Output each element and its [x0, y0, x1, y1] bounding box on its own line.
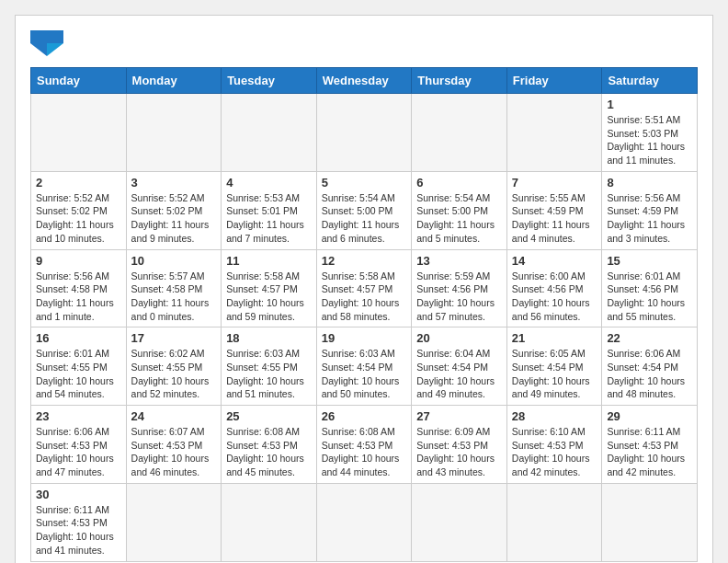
day-header-saturday: Saturday — [602, 68, 698, 94]
day-number: 28 — [512, 409, 597, 423]
day-info: Sunrise: 6:07 AM Sunset: 4:53 PM Dayligh… — [131, 425, 217, 479]
day-number: 3 — [131, 176, 217, 190]
day-header-monday: Monday — [126, 68, 222, 94]
day-info: Sunrise: 5:53 AM Sunset: 5:01 PM Dayligh… — [226, 191, 312, 246]
day-number: 6 — [416, 176, 502, 190]
day-number: 13 — [416, 254, 502, 268]
day-number: 24 — [131, 409, 217, 423]
day-number: 4 — [226, 176, 312, 190]
calendar-cell — [126, 94, 222, 172]
day-header-friday: Friday — [506, 68, 602, 94]
day-info: Sunrise: 5:54 AM Sunset: 5:00 PM Dayligh… — [322, 191, 407, 246]
day-info: Sunrise: 5:52 AM Sunset: 5:02 PM Dayligh… — [131, 191, 217, 246]
day-info: Sunrise: 6:00 AM Sunset: 4:56 PM Dayligh… — [512, 270, 597, 324]
header — [30, 30, 698, 56]
calendar-cell: 1Sunrise: 5:51 AM Sunset: 5:03 PM Daylig… — [602, 94, 698, 172]
day-info: Sunrise: 6:11 AM Sunset: 4:53 PM Dayligh… — [607, 425, 692, 479]
day-number: 21 — [512, 331, 597, 345]
day-info: Sunrise: 6:06 AM Sunset: 4:54 PM Dayligh… — [607, 347, 692, 401]
day-number: 22 — [607, 331, 692, 345]
calendar-cell: 17Sunrise: 6:02 AM Sunset: 4:55 PM Dayli… — [126, 327, 222, 406]
calendar-cell: 2Sunrise: 5:52 AM Sunset: 5:02 PM Daylig… — [31, 171, 127, 249]
calendar-cell: 5Sunrise: 5:54 AM Sunset: 5:00 PM Daylig… — [316, 171, 412, 249]
day-number: 26 — [322, 409, 407, 423]
day-info: Sunrise: 6:09 AM Sunset: 4:53 PM Dayligh… — [416, 425, 502, 479]
calendar-cell: 18Sunrise: 6:03 AM Sunset: 4:55 PM Dayli… — [222, 327, 317, 406]
calendar-cell: 13Sunrise: 5:59 AM Sunset: 4:56 PM Dayli… — [412, 249, 507, 327]
calendar-cell — [506, 94, 602, 172]
logo-icon — [30, 30, 63, 56]
calendar-cell: 6Sunrise: 5:54 AM Sunset: 5:00 PM Daylig… — [412, 171, 507, 249]
day-number: 5 — [322, 176, 407, 190]
calendar-cell — [316, 94, 412, 172]
day-info: Sunrise: 5:58 AM Sunset: 4:57 PM Dayligh… — [226, 270, 312, 324]
day-number: 20 — [416, 331, 502, 345]
calendar-cell — [602, 483, 698, 561]
day-number: 30 — [36, 488, 121, 501]
day-info: Sunrise: 5:57 AM Sunset: 4:58 PM Dayligh… — [131, 270, 217, 324]
calendar-cell: 30Sunrise: 6:11 AM Sunset: 4:53 PM Dayli… — [31, 483, 127, 561]
calendar-cell: 7Sunrise: 5:55 AM Sunset: 4:59 PM Daylig… — [506, 171, 602, 249]
day-number: 17 — [131, 331, 217, 345]
day-number: 18 — [226, 331, 312, 345]
day-number: 25 — [226, 409, 312, 423]
calendar-week-row: 16Sunrise: 6:01 AM Sunset: 4:55 PM Dayli… — [31, 327, 698, 406]
svg-rect-1 — [47, 30, 63, 43]
calendar-cell — [316, 483, 412, 561]
calendar-header-row: SundayMondayTuesdayWednesdayThursdayFrid… — [31, 68, 698, 94]
calendar-cell — [222, 483, 317, 561]
calendar-table: SundayMondayTuesdayWednesdayThursdayFrid… — [30, 67, 698, 562]
day-info: Sunrise: 5:58 AM Sunset: 4:57 PM Dayligh… — [322, 270, 407, 324]
calendar-cell — [126, 483, 222, 561]
calendar-week-row: 1Sunrise: 5:51 AM Sunset: 5:03 PM Daylig… — [31, 94, 698, 172]
day-info: Sunrise: 6:08 AM Sunset: 4:53 PM Dayligh… — [322, 425, 407, 479]
day-number: 8 — [607, 176, 692, 190]
calendar-cell: 15Sunrise: 6:01 AM Sunset: 4:56 PM Dayli… — [602, 249, 698, 327]
calendar-cell: 25Sunrise: 6:08 AM Sunset: 4:53 PM Dayli… — [222, 406, 317, 484]
day-info: Sunrise: 5:51 AM Sunset: 5:03 PM Dayligh… — [607, 113, 692, 167]
svg-marker-3 — [47, 43, 63, 56]
calendar-week-row: 30Sunrise: 6:11 AM Sunset: 4:53 PM Dayli… — [31, 483, 698, 561]
day-info: Sunrise: 6:11 AM Sunset: 4:53 PM Dayligh… — [36, 503, 121, 557]
calendar-cell: 11Sunrise: 5:58 AM Sunset: 4:57 PM Dayli… — [222, 249, 317, 327]
day-header-thursday: Thursday — [412, 68, 507, 94]
day-info: Sunrise: 6:01 AM Sunset: 4:55 PM Dayligh… — [36, 347, 121, 401]
calendar-cell: 9Sunrise: 5:56 AM Sunset: 4:58 PM Daylig… — [31, 249, 127, 327]
calendar-container: SundayMondayTuesdayWednesdayThursdayFrid… — [15, 15, 713, 563]
calendar-cell — [412, 483, 507, 561]
day-info: Sunrise: 6:08 AM Sunset: 4:53 PM Dayligh… — [226, 425, 312, 479]
calendar-cell: 19Sunrise: 6:03 AM Sunset: 4:54 PM Dayli… — [316, 327, 412, 406]
day-number: 27 — [416, 409, 502, 423]
calendar-cell: 26Sunrise: 6:08 AM Sunset: 4:53 PM Dayli… — [316, 406, 412, 484]
day-number: 16 — [36, 331, 121, 345]
day-info: Sunrise: 6:02 AM Sunset: 4:55 PM Dayligh… — [131, 347, 217, 401]
calendar-week-row: 9Sunrise: 5:56 AM Sunset: 4:58 PM Daylig… — [31, 249, 698, 327]
calendar-cell: 16Sunrise: 6:01 AM Sunset: 4:55 PM Dayli… — [31, 327, 127, 406]
calendar-cell: 23Sunrise: 6:06 AM Sunset: 4:53 PM Dayli… — [31, 406, 127, 484]
svg-rect-0 — [30, 30, 47, 43]
day-info: Sunrise: 6:06 AM Sunset: 4:53 PM Dayligh… — [36, 425, 121, 479]
calendar-week-row: 23Sunrise: 6:06 AM Sunset: 4:53 PM Dayli… — [31, 406, 698, 484]
day-info: Sunrise: 5:52 AM Sunset: 5:02 PM Dayligh… — [36, 191, 121, 246]
day-header-tuesday: Tuesday — [222, 68, 317, 94]
calendar-cell: 14Sunrise: 6:00 AM Sunset: 4:56 PM Dayli… — [506, 249, 602, 327]
day-info: Sunrise: 5:55 AM Sunset: 4:59 PM Dayligh… — [512, 191, 597, 246]
calendar-cell — [222, 94, 317, 172]
day-number: 7 — [512, 176, 597, 190]
day-info: Sunrise: 6:04 AM Sunset: 4:54 PM Dayligh… — [416, 347, 502, 401]
calendar-cell: 27Sunrise: 6:09 AM Sunset: 4:53 PM Dayli… — [412, 406, 507, 484]
calendar-cell: 21Sunrise: 6:05 AM Sunset: 4:54 PM Dayli… — [506, 327, 602, 406]
day-info: Sunrise: 6:03 AM Sunset: 4:55 PM Dayligh… — [226, 347, 312, 401]
day-number: 1 — [607, 98, 692, 111]
day-header-sunday: Sunday — [31, 68, 127, 94]
day-number: 14 — [512, 254, 597, 268]
day-number: 29 — [607, 409, 692, 423]
day-number: 10 — [131, 254, 217, 268]
day-number: 9 — [36, 254, 121, 268]
day-number: 19 — [322, 331, 407, 345]
calendar-cell: 3Sunrise: 5:52 AM Sunset: 5:02 PM Daylig… — [126, 171, 222, 249]
calendar-cell: 4Sunrise: 5:53 AM Sunset: 5:01 PM Daylig… — [222, 171, 317, 249]
day-number: 2 — [36, 176, 121, 190]
calendar-cell — [412, 94, 507, 172]
calendar-cell: 29Sunrise: 6:11 AM Sunset: 4:53 PM Dayli… — [602, 406, 698, 484]
